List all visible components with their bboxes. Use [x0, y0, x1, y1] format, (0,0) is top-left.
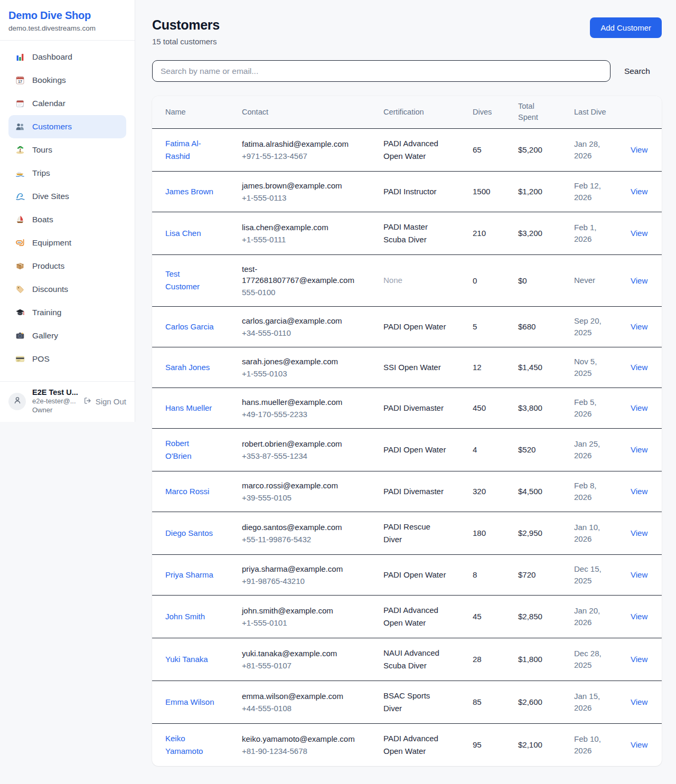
customer-phone: +34-555-0110 — [242, 327, 362, 338]
training-icon — [15, 308, 25, 317]
customer-last-dive: Feb 5, 2026 — [574, 398, 597, 418]
table-row: Marco Rossimarco.rossi@example.com+39-55… — [152, 471, 662, 512]
sidebar-item-products[interactable]: Products — [8, 254, 126, 278]
view-link[interactable]: View — [631, 655, 647, 664]
customer-certification: PADI Advanced Open Water — [383, 137, 448, 163]
customer-name-link[interactable]: Sarah Jones — [165, 361, 210, 374]
user-block: E2E Test U... e2e-tester@... Owner Sign … — [0, 381, 135, 422]
table-header: Name Contact Certification Dives Total S… — [152, 96, 662, 128]
customer-total-spent: $3,200 — [518, 212, 574, 254]
customer-certification: SSI Open Water — [383, 361, 441, 374]
view-link[interactable]: View — [631, 697, 647, 706]
customer-name-link[interactable]: Priya Sharma — [165, 569, 213, 581]
sidebar-item-trips[interactable]: Trips — [8, 162, 126, 185]
view-link[interactable]: View — [631, 445, 647, 454]
view-link[interactable]: View — [631, 276, 647, 285]
customer-certification: PADI Rescue Diver — [383, 521, 448, 546]
sidebar-item-label: POS — [32, 354, 50, 364]
page-subtitle: 15 total customers — [152, 37, 220, 46]
sidebar-item-training[interactable]: Training — [8, 301, 126, 324]
customer-name-link[interactable]: Carlos Garcia — [165, 320, 214, 333]
user-name: E2E Test U... — [32, 388, 77, 396]
customer-email: test-1772681807767@example.com — [242, 263, 362, 286]
sidebar-item-pos[interactable]: POS — [8, 347, 126, 371]
customer-name-link[interactable]: Fatima Al-Rashid — [165, 137, 215, 163]
view-link[interactable]: View — [631, 740, 647, 749]
customer-total-spent: $2,850 — [518, 595, 574, 638]
customer-last-dive: Jan 15, 2026 — [574, 692, 600, 712]
view-link[interactable]: View — [631, 403, 647, 412]
dive-sites-icon — [15, 192, 25, 201]
customer-phone: +1-555-0103 — [242, 368, 362, 379]
customer-email: priya.sharma@example.com — [242, 563, 362, 574]
sidebar-item-equipment[interactable]: Equipment — [8, 231, 126, 254]
view-link[interactable]: View — [631, 145, 647, 154]
customer-last-dive: Dec 28, 2025 — [574, 649, 602, 669]
sidebar-item-tours[interactable]: Tours — [8, 138, 126, 162]
sidebar-item-calendar[interactable]: Calendar — [8, 92, 126, 115]
customer-email: robert.obrien@example.com — [242, 438, 362, 449]
customer-certification: PADI Instructor — [383, 185, 437, 198]
sidebar-item-boats[interactable]: Boats — [8, 208, 126, 231]
view-link[interactable]: View — [631, 322, 647, 331]
table-row: Carlos Garciacarlos.garcia@example.com+3… — [152, 306, 662, 347]
sidebar-item-label: Bookings — [32, 75, 66, 85]
customer-total-spent: $0 — [518, 254, 574, 306]
customer-name-link[interactable]: John Smith — [165, 610, 205, 623]
customer-name-link[interactable]: Keiko Yamamoto — [165, 732, 215, 758]
customer-last-dive: Jan 10, 2026 — [574, 523, 600, 543]
view-link[interactable]: View — [631, 187, 647, 196]
customer-last-dive: Jan 28, 2026 — [574, 139, 600, 160]
sidebar-item-label: Trips — [32, 168, 50, 178]
customer-name-link[interactable]: Diego Santos — [165, 527, 213, 540]
customer-name-link[interactable]: Hans Mueller — [165, 402, 212, 414]
customers-table: Name Contact Certification Dives Total S… — [152, 96, 662, 766]
customer-name-link[interactable]: Test Customer — [165, 268, 215, 293]
search-button[interactable]: Search — [624, 67, 650, 76]
table-row: Priya Sharmapriya.sharma@example.com+91-… — [152, 554, 662, 595]
customer-email: diego.santos@example.com — [242, 522, 362, 533]
sidebar-item-customers[interactable]: Customers — [8, 115, 126, 138]
search-input[interactable] — [152, 60, 611, 82]
customer-email: carlos.garcia@example.com — [242, 315, 362, 326]
customer-name-link[interactable]: Lisa Chen — [165, 227, 201, 240]
view-link[interactable]: View — [631, 528, 647, 537]
sidebar-item-dive-sites[interactable]: Dive Sites — [8, 185, 126, 208]
column-header-certification: Certification — [383, 96, 473, 128]
customer-name-link[interactable]: Marco Rossi — [165, 485, 209, 498]
customer-name-link[interactable]: Emma Wilson — [165, 696, 214, 709]
add-customer-button[interactable]: Add Customer — [590, 17, 662, 38]
customer-email: john.smith@example.com — [242, 605, 362, 616]
shop-domain: demo.test.divestreams.com — [8, 24, 126, 32]
customer-phone: +39-555-0105 — [242, 492, 362, 503]
sidebar-item-dashboard[interactable]: Dashboard — [8, 45, 126, 69]
column-header-dives: Dives — [473, 96, 518, 128]
customer-name-link[interactable]: Yuki Tanaka — [165, 653, 208, 666]
view-link[interactable]: View — [631, 570, 647, 579]
customer-email: yuki.tanaka@example.com — [242, 648, 362, 659]
user-info: E2E Test U... e2e-tester@... Owner — [32, 388, 77, 414]
column-header-contact: Contact — [242, 96, 383, 128]
customer-certification: BSAC Sports Diver — [383, 689, 448, 715]
sidebar-item-bookings[interactable]: 17Bookings — [8, 69, 126, 92]
customer-table-body: Fatima Al-Rashidfatima.alrashid@example.… — [152, 128, 662, 766]
sidebar-item-discounts[interactable]: Discounts — [8, 278, 126, 301]
table-row: Diego Santosdiego.santos@example.com+55-… — [152, 512, 662, 554]
customer-total-spent: $1,800 — [518, 638, 574, 681]
customer-dives: 8 — [473, 554, 518, 595]
customer-last-dive: Feb 1, 2026 — [574, 223, 597, 243]
customer-name-link[interactable]: Robert O'Brien — [165, 437, 215, 462]
customer-dives: 45 — [473, 595, 518, 638]
sidebar-nav: Dashboard17BookingsCalendarCustomersTour… — [0, 41, 135, 375]
sign-out-button[interactable]: Sign Out — [83, 396, 126, 407]
customer-email: hans.mueller@example.com — [242, 396, 362, 408]
view-link[interactable]: View — [631, 229, 647, 238]
customer-name-link[interactable]: James Brown — [165, 185, 213, 198]
view-link[interactable]: View — [631, 612, 647, 621]
customer-total-spent: $2,950 — [518, 512, 574, 554]
sidebar-item-gallery[interactable]: Gallery — [8, 324, 126, 347]
page-header: Customers 15 total customers Add Custome… — [152, 17, 662, 46]
customer-total-spent: $520 — [518, 428, 574, 471]
view-link[interactable]: View — [631, 363, 647, 372]
view-link[interactable]: View — [631, 487, 647, 496]
